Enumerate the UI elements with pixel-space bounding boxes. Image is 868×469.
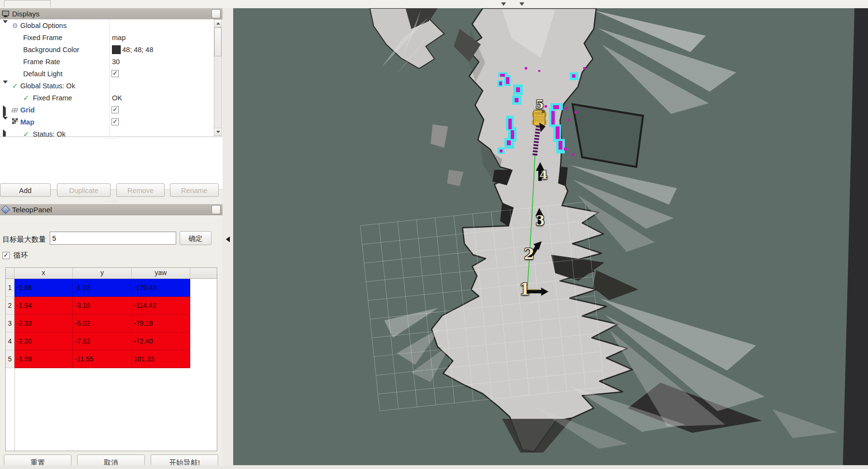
scroll-down-button[interactable] [214,128,222,136]
toolbar-strip [0,0,868,9]
table-row[interactable]: 1 -1.98 -1.23 -170.43 [6,279,217,297]
fixed-frame-status-value: OK [112,94,122,102]
tree-scrollbar[interactable] [214,19,222,136]
teleop-panel-body: 目标最大数量 确定 ✓ 循环 x y yaw 1 -1.98 [0,216,223,465]
tree-row-global-status[interactable]: ✓ Global Status: Ok [0,80,223,92]
diamond-icon [1,206,9,213]
table-row[interactable]: 3 -2.33 -5.02 -79.18 [6,315,217,332]
cell-yaw[interactable]: 101.33 [132,350,190,368]
status-ok-check-icon: ✓ [22,94,30,102]
status-ok-check-icon: ✓ [22,130,30,138]
cell-x[interactable]: -2.33 [14,315,73,332]
collapse-triangle-icon[interactable] [3,20,8,31]
teleop-panel-title: TeleopPanel [12,206,52,214]
cell-yaw[interactable]: -114.42 [132,297,190,315]
waypoint-label-1: 1 [519,280,531,299]
tree-row-default-light[interactable]: Default Light ✓ [0,68,223,80]
splitter-handle[interactable]: ······ [0,137,223,140]
scroll-up-icon [216,22,220,25]
waypoint-label-4: 4 [539,168,547,182]
waypoint-label-5: 5 [535,97,544,111]
column-header-yaw[interactable]: yaw [132,268,190,278]
tree-row-status-fixed-frame[interactable]: ✓ Fixed Frame OK [0,92,223,104]
cell-x[interactable]: -1.59 [14,350,73,368]
viewport-void-band [843,8,868,465]
table-row[interactable]: 4 -2.20 -7.62 -72.40 [6,332,217,350]
toolbar-tab[interactable] [4,0,51,7]
max-goals-input[interactable] [50,232,176,245]
displays-tree: ⚙ Global Options Fixed Frame map Backgro… [0,19,223,137]
monitor-icon [1,10,9,18]
table-row[interactable]: 5 -1.59 -11.55 101.33 [6,350,217,368]
cell-y[interactable]: -7.62 [73,332,132,350]
waypoint-table: x y yaw 1 -1.98 -1.23 -170.43 2 -1.94 -3… [5,267,217,451]
frame-rate-value[interactable]: 30 [112,58,120,66]
cell-y[interactable]: -11.55 [73,350,132,368]
cell-y[interactable]: -1.23 [73,279,132,297]
waypoint-table-header: x y yaw [6,268,217,279]
table-row[interactable]: 2 -1.94 -3.18 -114.42 [6,297,217,315]
expand-triangle-icon[interactable] [3,129,6,138]
cell-x[interactable]: -1.94 [14,297,73,315]
window-bottom-strip [0,465,868,469]
rename-button[interactable]: Rename [170,183,219,197]
teleop-panel-header[interactable]: TeleopPanel [0,204,223,215]
tree-row-background-color[interactable]: Background Color 48; 48; 48 [0,43,223,55]
panel-float-button[interactable] [211,205,221,214]
confirm-button[interactable]: 确定 [180,231,211,245]
corner-header [6,268,14,278]
column-header-x[interactable]: x [14,268,73,278]
status-ok-check-icon: ✓ [11,82,19,90]
scroll-up-button[interactable] [214,20,222,28]
splitter-handle[interactable]: ······ [0,200,223,203]
tree-row-grid[interactable]: Grid ✓ [0,104,223,116]
tree-row-frame-rate[interactable]: Frame Rate 30 [0,55,223,68]
duplicate-button[interactable]: Duplicate [57,183,111,197]
panel-float-button[interactable] [211,9,221,18]
color-swatch[interactable] [112,45,121,54]
panel-viewport-splitter[interactable] [223,8,233,465]
cell-x[interactable]: -2.20 [14,332,73,350]
cell-yaw[interactable]: -170.43 [132,279,190,297]
displays-lower-area: ······ [0,137,223,190]
cell-y[interactable]: -5.02 [73,315,132,332]
column-header-y[interactable]: y [73,268,132,278]
tree-row-fixed-frame[interactable]: Fixed Frame map [0,31,223,43]
background-color-value[interactable]: 48; 48; 48 [122,46,154,54]
max-goals-label: 目标最大数量 [2,235,46,244]
cell-yaw[interactable]: -72.40 [132,332,190,350]
left-panel-column: Displays ⚙ Global Options Fixed Frame ma… [0,8,223,465]
cell-y[interactable]: -3.18 [73,297,132,315]
displays-panel-title: Displays [12,10,40,18]
scroll-down-icon [216,131,220,133]
tree-row-global-options[interactable]: ⚙ Global Options [0,19,223,31]
fixed-frame-value[interactable]: map [112,34,126,41]
cell-yaw[interactable]: -79.18 [132,315,190,332]
tree-row-map[interactable]: Map ✓ [0,116,223,128]
remove-button[interactable]: Remove [116,183,165,197]
waypoint-label-2: 2 [524,245,534,262]
cell-x[interactable]: -1.98 [14,279,73,297]
scrollbar-thumb[interactable] [214,28,222,56]
loop-checkbox[interactable]: ✓ [2,252,10,259]
collapse-panel-icon[interactable] [226,236,230,242]
dropdown-arrow-icon[interactable] [501,2,506,6]
map-canvas [233,8,868,465]
collapse-triangle-icon[interactable] [3,117,8,127]
map-icon [11,118,19,126]
dropdown-arrow-icon[interactable] [519,2,524,6]
rviz-window: Displays ⚙ Global Options Fixed Frame ma… [0,0,868,469]
collapse-triangle-icon[interactable] [3,81,8,91]
default-light-checkbox[interactable]: ✓ [112,70,119,77]
map-checkbox[interactable]: ✓ [112,118,119,125]
loop-label: 循环 [14,251,28,260]
grid-icon [11,106,19,114]
grid-checkbox[interactable]: ✓ [112,106,119,113]
displays-panel-header[interactable]: Displays [0,8,223,20]
render-viewport[interactable]: 5 4 3 2 1 [233,8,868,465]
gear-icon: ⚙ [11,22,19,29]
add-button[interactable]: Add [0,183,51,197]
waypoint-label-3: 3 [536,213,545,228]
